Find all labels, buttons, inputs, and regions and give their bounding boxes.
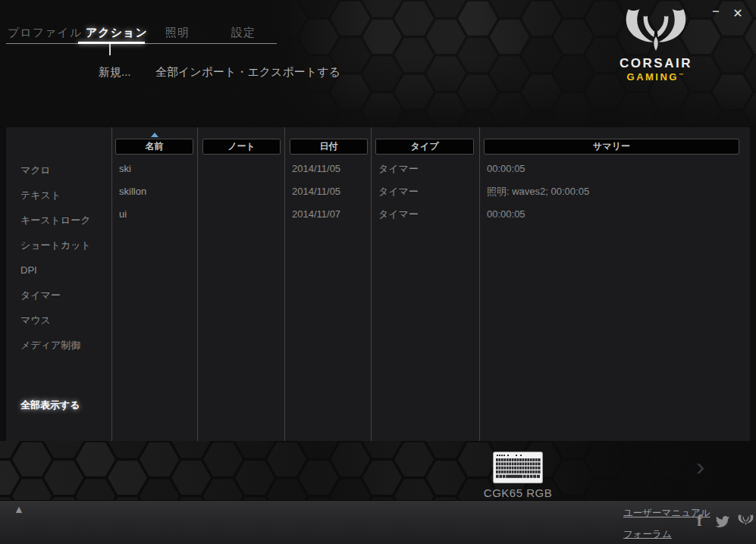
cell-name: ui bbox=[111, 203, 197, 226]
table-row[interactable]: ui 2014/11/07 タイマー 00:00:05 bbox=[111, 203, 750, 226]
facebook-icon[interactable]: f bbox=[697, 511, 702, 530]
cell-note bbox=[197, 158, 284, 180]
column-header-note[interactable]: ノート bbox=[202, 139, 281, 155]
sidebar-item-shortcut[interactable]: ショートカット bbox=[20, 233, 91, 258]
active-tab-underline bbox=[78, 42, 145, 44]
table-row[interactable]: ski 2014/11/05 タイマー 00:00:05 bbox=[111, 158, 750, 180]
twitter-icon[interactable] bbox=[716, 516, 730, 531]
cell-note bbox=[197, 203, 284, 226]
sidebar-item-media[interactable]: メディア制御 bbox=[20, 333, 80, 358]
keyboard-icon bbox=[493, 452, 543, 483]
device-bar-shade bbox=[0, 441, 756, 500]
cell-date: 2014/11/05 bbox=[284, 180, 371, 203]
table-row[interactable]: skillon 2014/11/05 タイマー 照明: waves2; 00:0… bbox=[111, 180, 750, 203]
active-tab-pointer bbox=[109, 44, 111, 55]
cell-type: タイマー bbox=[371, 158, 479, 180]
cell-summary: 照明: waves2; 00:00:05 bbox=[479, 180, 750, 203]
cell-date: 2014/11/07 bbox=[284, 203, 371, 226]
cell-note bbox=[197, 180, 284, 203]
new-action-button[interactable]: 新規... bbox=[99, 65, 131, 80]
column-header-date[interactable]: 日付 bbox=[290, 139, 368, 155]
cell-type: タイマー bbox=[371, 180, 479, 203]
column-header-type[interactable]: タイプ bbox=[375, 139, 474, 155]
logo-wordmark: CORSAIR bbox=[618, 56, 694, 71]
close-button[interactable]: ✕ bbox=[730, 6, 745, 20]
logo-gaming-label: GAMING™ bbox=[618, 71, 694, 83]
forum-link[interactable]: フォーラム bbox=[623, 528, 672, 541]
corsair-logo: CORSAIR GAMING™ bbox=[618, 9, 694, 83]
sort-ascending-icon bbox=[151, 133, 158, 137]
sidebar-item-mouse[interactable]: マウス bbox=[20, 308, 51, 333]
cell-summary: 00:00:05 bbox=[479, 203, 750, 226]
footer-bar: ▲ ユーザーマニュアル フォーラム f bbox=[0, 500, 756, 544]
sidebar-show-all[interactable]: 全部表示する bbox=[20, 394, 80, 417]
scroll-up-icon[interactable]: ▲ bbox=[14, 503, 24, 515]
column-header-name[interactable]: 名前 bbox=[115, 139, 193, 155]
device-bar: CGK65 RGB › bbox=[0, 441, 756, 500]
sidebar-item-dpi[interactable]: DPI bbox=[20, 258, 37, 283]
app-window: プロファイル アクション 照明 設定 新規... 全部インポート・エクスポートす… bbox=[0, 0, 756, 544]
minimize-button[interactable]: – bbox=[708, 5, 723, 18]
cell-summary: 00:00:05 bbox=[479, 158, 750, 180]
device-name-label[interactable]: CGK65 RGB bbox=[461, 486, 575, 499]
tab-settings[interactable]: 設定 bbox=[231, 26, 256, 40]
table-body: ski 2014/11/05 タイマー 00:00:05 skillon 201… bbox=[111, 158, 750, 226]
sidebar-item-macro[interactable]: マクロ bbox=[20, 158, 51, 183]
import-export-button[interactable]: 全部インポート・エクスポートする bbox=[155, 65, 340, 80]
main-panel: マクロ テキスト キーストローク ショートカット DPI タイマー マウス メデ… bbox=[6, 127, 750, 441]
corsair-sails-icon bbox=[621, 9, 691, 52]
header: プロファイル アクション 照明 設定 新規... 全部インポート・エクスポートす… bbox=[0, 0, 756, 127]
sidebar-item-keystroke[interactable]: キーストローク bbox=[20, 208, 91, 233]
tab-lighting[interactable]: 照明 bbox=[165, 26, 190, 40]
cell-name: skillon bbox=[111, 180, 197, 203]
device-keyboard[interactable] bbox=[493, 452, 543, 486]
tab-actions[interactable]: アクション bbox=[86, 26, 148, 40]
sidebar-item-text[interactable]: テキスト bbox=[20, 183, 61, 208]
cell-date: 2014/11/05 bbox=[284, 158, 371, 180]
sidebar-item-timer[interactable]: タイマー bbox=[20, 283, 61, 308]
column-header-summary[interactable]: サマリー bbox=[484, 139, 739, 155]
corsair-small-icon[interactable] bbox=[737, 514, 754, 529]
tab-profiles[interactable]: プロファイル bbox=[8, 26, 82, 40]
cell-name: ski bbox=[111, 158, 197, 180]
next-device-chevron-icon[interactable]: › bbox=[696, 453, 704, 479]
cell-type: タイマー bbox=[371, 203, 479, 226]
